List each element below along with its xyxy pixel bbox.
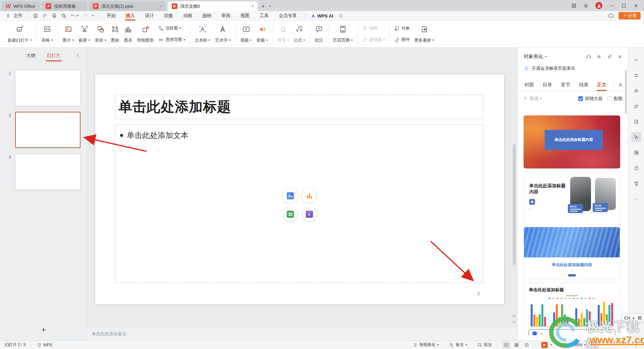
tab-outline[interactable]: 大纲 [26,51,36,60]
flowchart-button[interactable]: 流程图 [156,24,183,33]
slide-thumbnail-1[interactable] [15,70,80,106]
new-tab-button[interactable]: + [262,3,265,10]
tab-view[interactable]: 视图 [235,11,255,21]
insert-chart-button[interactable] [302,189,316,203]
comments-button[interactable]: 批注 [477,342,492,348]
effects-star-icon[interactable] [631,86,641,96]
reading-view-button[interactable] [523,342,530,348]
wps-skin-button[interactable]: WPS [37,343,52,347]
play-slideshow-button[interactable] [541,342,548,348]
tab-animation[interactable]: 动画 [178,11,197,21]
title-placeholder[interactable]: 单击此处添加标题 [115,95,483,119]
more-dots-icon[interactable] [631,194,641,204]
icons-button[interactable]: 图标 [109,23,122,45]
close-icon[interactable] [633,3,639,8]
redo-button[interactable] [80,13,90,18]
switch-shapes-icon[interactable] [631,101,641,111]
theme-ring-icon[interactable] [583,3,589,8]
docer-material-icon[interactable] [631,117,641,127]
zoom-slider[interactable] [597,344,631,345]
insert-video-button[interactable] [302,207,316,221]
save-button[interactable] [31,13,40,18]
quick-access-more-button[interactable] [90,15,96,16]
tab-presentation5-active[interactable]: P 演示文稿5 [168,1,258,11]
slide-sorter-view-button[interactable] [513,342,520,348]
tab-chapter[interactable]: 章节 [556,79,575,91]
tab-presentation2[interactable]: P 演示文稿(2).pptx [89,1,166,11]
tab-review[interactable]: 审阅 [216,11,235,21]
export-button[interactable] [40,13,50,18]
help-icon[interactable] [631,163,641,173]
undo-button[interactable] [68,13,80,18]
comment-button[interactable]: 批注 [313,23,326,45]
previous-slide-icon[interactable] [512,314,516,318]
tab-design[interactable]: 设计 [140,11,159,21]
more-assets-button[interactable]: 更多素材 [412,23,436,45]
video-button[interactable]: 视频 [238,23,254,45]
notes-button[interactable]: 备注 [449,342,467,348]
zoom-level[interactable]: 95% [574,343,586,347]
tab-tools[interactable]: 工具 [255,11,274,21]
member-tip[interactable]: 开通会员畅享页面美化 [518,60,628,71]
notes-bar[interactable]: 单击此处添加备注 [87,327,517,340]
collapse-panel-icon[interactable] [75,53,80,58]
follow-theme-checkbox[interactable]: 跟随主题 [578,96,602,102]
close-panel-icon[interactable] [617,54,623,59]
panel-title-chevron-icon[interactable] [545,56,547,57]
zoom-slider-handle[interactable] [623,343,627,347]
template-card-canyon[interactable]: 单击此处添加标题内容 2 [524,115,620,168]
share-button[interactable]: 分享 [619,12,641,19]
apps-grid-icon[interactable] [571,3,577,8]
adjust-sliders-icon[interactable] [631,70,641,81]
template-card-bar-chart[interactable]: 单击此处添加标题 [524,283,620,336]
insert-image-button[interactable] [283,189,297,203]
tab-slides[interactable]: 幻灯片 [46,51,61,60]
maximize-icon[interactable] [621,3,627,8]
navigate-book-icon[interactable] [631,148,641,158]
tab-docer-templates[interactable]: 找稻壳模板 [42,1,87,11]
tab-slideshow[interactable]: 放映 [197,11,216,21]
image-button[interactable]: 图片 [60,23,76,45]
fit-slide-icon[interactable] [561,342,566,347]
slide-thumbnail-3[interactable] [15,154,80,190]
with-image-checkbox[interactable]: 配图 [607,96,623,102]
filter-label[interactable]: 筛选 [530,96,538,102]
textbox-button[interactable]: 文本框 [193,23,213,45]
ime-indicator[interactable]: CH 简 [622,314,644,322]
zoom-out-button[interactable]: − [590,342,593,348]
pin-icon[interactable] [607,54,612,59]
avatar[interactable] [595,2,602,9]
chart-button[interactable]: 图表 [122,23,135,45]
slide-editing-area[interactable]: 单击此处添加标题 单击此处添加文本 2 [95,74,504,304]
zoom-in-button[interactable]: + [635,342,638,348]
audio-button[interactable]: 音频 [254,23,270,45]
screenshot-button[interactable]: 截屏 [76,23,93,45]
object-button[interactable]: 对象 [392,24,412,33]
smart-beautify-button[interactable]: 智能美化 [413,342,439,348]
normal-view-button[interactable] [503,342,510,348]
minimize-icon[interactable] [609,3,614,8]
table-button[interactable]: 表格 [39,23,55,45]
settings-gear-icon[interactable] [596,54,602,59]
insert-table-button[interactable] [283,207,297,221]
my-templates-person-icon[interactable] [618,82,623,88]
smartart-button[interactable]: 智能图形 [135,23,156,45]
headset-icon[interactable] [586,54,591,59]
header-footer-button[interactable]: 页眉页脚 [331,23,355,45]
formula-button[interactable]: 公式 [291,23,308,45]
collapse-line-icon[interactable] [631,55,641,65]
next-slide-icon[interactable] [512,320,516,324]
slide-thumbnail-2-selected[interactable] [15,112,80,148]
shapes-button[interactable]: 形状 [93,23,109,45]
search-icon[interactable] [336,13,345,18]
panel-scrollbar[interactable] [625,70,627,113]
wordart-button[interactable]: 艺术字 [213,23,233,45]
body-placeholder[interactable]: 单击此处添加文本 [115,124,483,283]
tab-member[interactable]: 会员专享 [274,11,302,21]
tab-list-chevron-icon[interactable] [269,6,271,7]
tab-wps-office[interactable]: W WPS Office [2,1,40,11]
canvas-scrollbar[interactable] [513,144,516,265]
tab-insert[interactable]: 插入 [121,11,140,21]
skin-shirt-icon[interactable] [631,179,641,189]
tab-body[interactable]: 正文 [593,79,611,91]
